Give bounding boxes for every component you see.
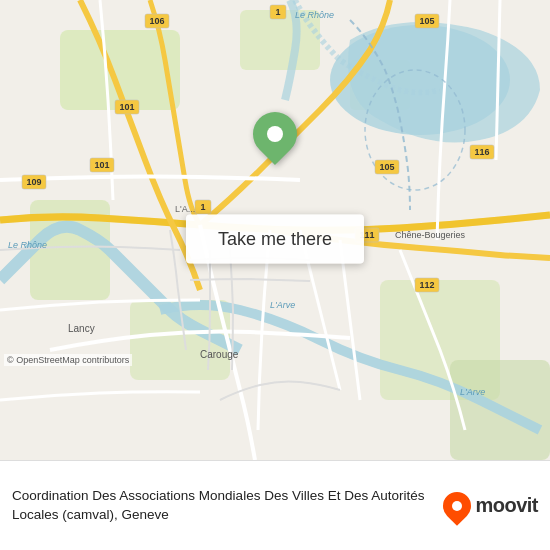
cta-button[interactable]: Take me there [186,215,364,264]
moovit-logo: moovit [443,492,538,520]
info-text: Coordination Des Associations Mondiales … [12,487,433,525]
svg-text:1: 1 [275,7,280,17]
map-attribution: © OpenStreetMap contributors [4,354,132,366]
info-bar: Coordination Des Associations Mondiales … [0,460,550,550]
map-container: 106 105 116 101 105 111 112 109 101 1 1 … [0,0,550,460]
svg-text:Chêne-Bougeries: Chêne-Bougeries [395,230,466,240]
svg-text:112: 112 [419,280,434,290]
svg-text:101: 101 [119,102,134,112]
svg-text:Le Rhône: Le Rhône [295,10,334,20]
svg-text:Le Rhône: Le Rhône [8,240,47,250]
svg-text:101: 101 [94,160,109,170]
svg-text:L'Arve: L'Arve [270,300,295,310]
map-pin [253,112,297,156]
svg-text:L'A...: L'A... [175,204,195,214]
svg-text:116: 116 [474,147,489,157]
svg-text:105: 105 [379,162,394,172]
svg-text:109: 109 [26,177,41,187]
place-name: Coordination Des Associations Mondiales … [12,487,433,525]
svg-text:106: 106 [149,16,164,26]
svg-text:Lancy: Lancy [68,323,95,334]
moovit-pin-icon [438,486,478,526]
svg-text:L'Arve: L'Arve [460,387,485,397]
svg-text:105: 105 [419,16,434,26]
moovit-text: moovit [475,494,538,517]
svg-text:1: 1 [200,202,205,212]
svg-text:Carouge: Carouge [200,349,239,360]
